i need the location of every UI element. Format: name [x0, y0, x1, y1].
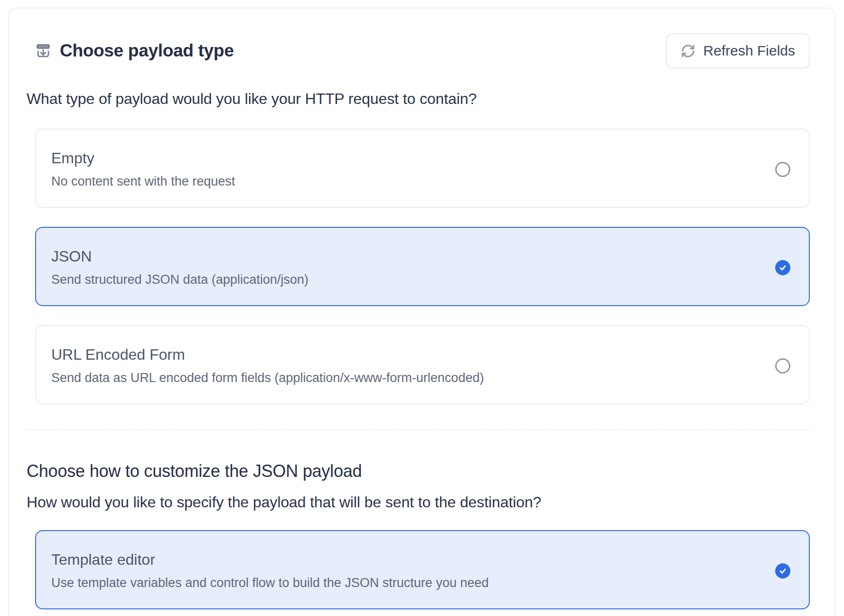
payload-settings-card: Choose payload type Refresh Fields What …: [9, 8, 835, 616]
option-description: Use template variables and control flow …: [51, 576, 488, 590]
refresh-button-label: Refresh Fields: [703, 43, 795, 59]
section-divider: [27, 429, 810, 430]
page-title: Choose payload type: [60, 41, 234, 61]
option-title: Template editor: [51, 551, 488, 569]
option-description: Send data as URL encoded form fields (ap…: [51, 371, 484, 385]
check-icon: [778, 566, 788, 576]
option-title: Empty: [51, 149, 235, 167]
payload-type-options: Empty No content sent with the request J…: [35, 129, 810, 404]
option-card-url-encoded-form[interactable]: URL Encoded Form Send data as URL encode…: [35, 325, 810, 404]
option-description: No content sent with the request: [51, 174, 235, 189]
refresh-fields-button[interactable]: Refresh Fields: [666, 33, 810, 68]
payload-type-question: What type of payload would you like your…: [27, 90, 810, 108]
check-icon: [778, 263, 788, 272]
customize-section-heading: Choose how to customize the JSON payload: [27, 461, 810, 481]
option-card-empty[interactable]: Empty No content sent with the request: [35, 129, 810, 208]
option-title: JSON: [51, 248, 309, 265]
customize-question: How would you like to specify the payloa…: [27, 494, 810, 511]
payload-icon: [35, 43, 51, 59]
option-text: Template editor Use template variables a…: [51, 551, 488, 590]
option-description: Send structured JSON data (application/j…: [51, 272, 309, 287]
refresh-icon: [681, 44, 695, 58]
option-title: URL Encoded Form: [51, 346, 484, 364]
option-text: Empty No content sent with the request: [51, 149, 235, 189]
radio-unselected-icon[interactable]: [775, 358, 790, 373]
option-card-json[interactable]: JSON Send structured JSON data (applicat…: [35, 227, 810, 306]
radio-unselected-icon[interactable]: [775, 162, 790, 177]
header-row: Choose payload type Refresh Fields: [27, 33, 810, 68]
radio-selected-icon[interactable]: [775, 563, 790, 579]
option-text: URL Encoded Form Send data as URL encode…: [51, 346, 484, 385]
option-card-template-editor[interactable]: Template editor Use template variables a…: [35, 530, 810, 609]
header-left: Choose payload type: [35, 41, 234, 61]
option-text: JSON Send structured JSON data (applicat…: [51, 248, 309, 287]
customize-options: Template editor Use template variables a…: [35, 530, 810, 609]
radio-selected-icon[interactable]: [775, 260, 790, 275]
